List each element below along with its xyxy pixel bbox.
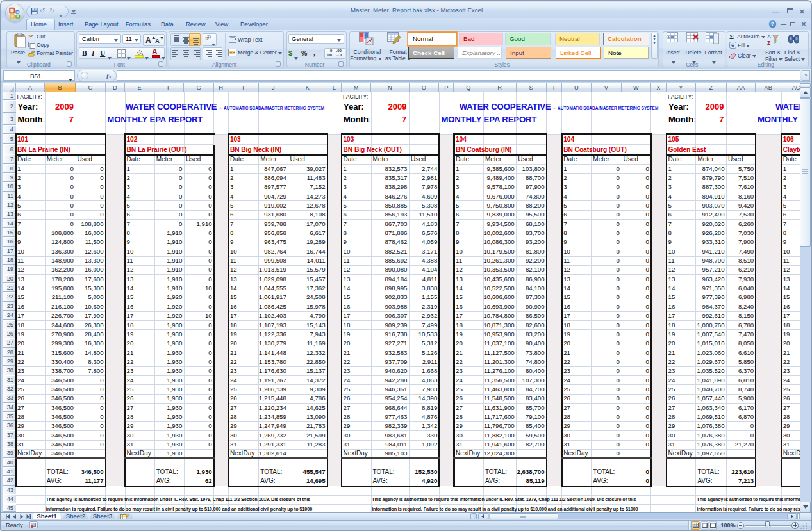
svg-text:A: A (767, 33, 771, 40)
svg-text:Z: Z (767, 40, 770, 46)
